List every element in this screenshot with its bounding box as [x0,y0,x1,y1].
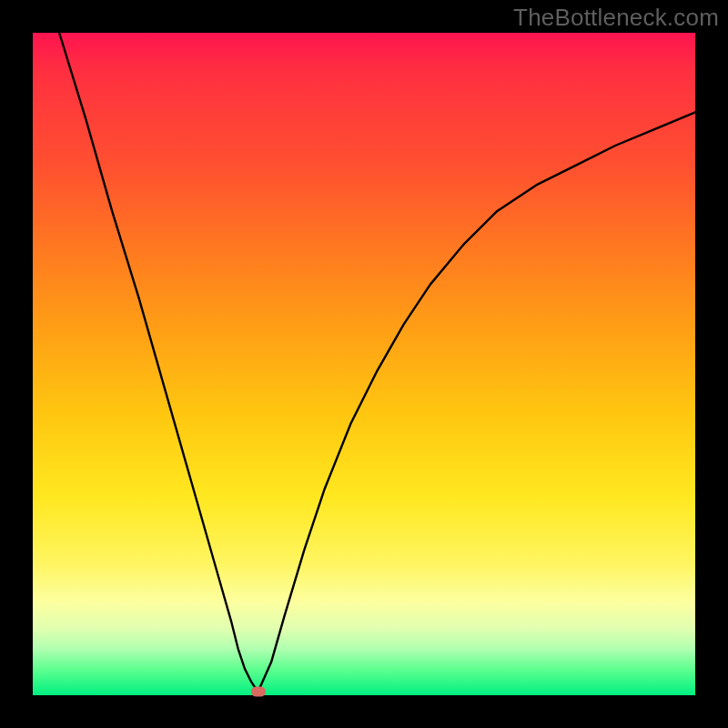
watermark-text: TheBottleneck.com [513,4,719,32]
bottleneck-curve [33,33,695,695]
plot-area [33,33,695,695]
curve-path [59,33,695,692]
optimal-marker [251,687,266,697]
chart-frame: TheBottleneck.com [0,0,728,728]
